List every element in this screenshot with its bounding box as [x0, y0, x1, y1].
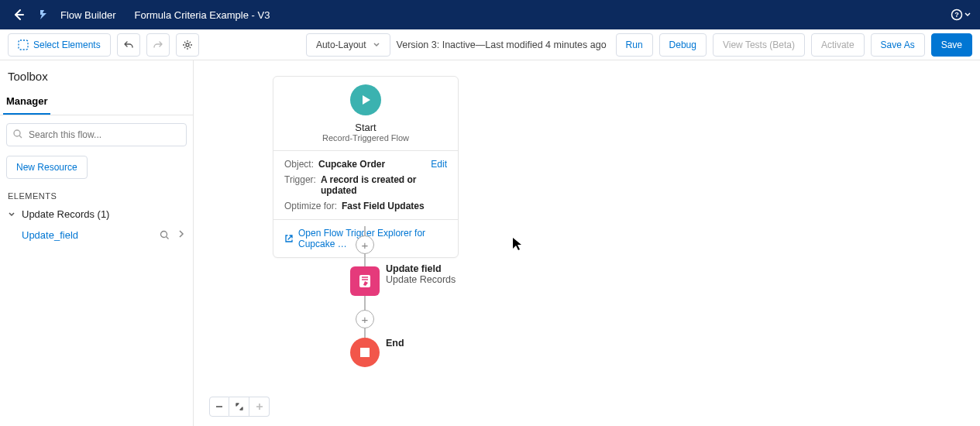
save-as-button[interactable]: Save As: [871, 33, 925, 57]
flow-canvas[interactable]: Start Record-Triggered Flow Object: Cupc…: [194, 60, 980, 426]
layout-mode-dropdown[interactable]: Auto-Layout: [306, 33, 390, 57]
select-elements-label: Select Elements: [33, 40, 101, 50]
save-label: Save: [941, 40, 962, 50]
svg-point-3: [186, 43, 189, 46]
tree-group-update-records[interactable]: Update Records (1): [0, 204, 193, 225]
zoom-controls: [209, 397, 270, 417]
activate-button: Activate: [811, 33, 865, 57]
zoom-out-button[interactable]: [209, 397, 229, 417]
debug-button[interactable]: Debug: [659, 33, 707, 57]
undo-button[interactable]: [117, 33, 140, 57]
search-input[interactable]: [6, 123, 187, 146]
tree-item-update-field[interactable]: Update_field: [0, 225, 193, 246]
chevron-down-icon: [373, 41, 380, 49]
settings-button[interactable]: [176, 33, 199, 57]
save-as-label: Save As: [881, 40, 915, 50]
update-records-icon: [357, 273, 373, 289]
search-icon: [12, 129, 23, 139]
save-button[interactable]: Save: [931, 33, 972, 57]
start-subtitle: Record-Triggered Flow: [322, 133, 409, 143]
object-label: Object:: [284, 159, 314, 170]
redo-button[interactable]: [146, 33, 170, 57]
run-button[interactable]: Run: [616, 33, 653, 57]
new-resource-label: New Resource: [16, 162, 77, 173]
run-label: Run: [626, 40, 643, 50]
toolbox-panel: Toolbox Manager New Resource ELEMENTS Up…: [0, 60, 194, 426]
help-menu[interactable]: ?: [951, 9, 971, 21]
svg-rect-2: [19, 40, 28, 50]
add-element-button[interactable]: +: [356, 310, 374, 328]
app-header: Flow Builder Formula Criteria Example - …: [0, 0, 980, 29]
svg-rect-7: [360, 348, 370, 357]
flow-name: Formula Criteria Example - V3: [135, 9, 270, 21]
add-element-button[interactable]: +: [356, 235, 374, 254]
trigger-value: A record is created or updated: [321, 174, 447, 196]
start-node[interactable]: Start Record-Triggered Flow Object: Cupc…: [273, 76, 459, 258]
locate-icon[interactable]: [160, 230, 170, 240]
back-button[interactable]: [9, 5, 28, 24]
edit-start-link[interactable]: Edit: [431, 159, 447, 170]
tree-group-label: Update Records (1): [22, 208, 109, 220]
elements-section-label: ELEMENTS: [0, 185, 193, 204]
optimize-value: Fast Field Updates: [342, 201, 447, 211]
end-node-label: End: [386, 338, 404, 349]
chevron-right-icon[interactable]: [177, 230, 185, 240]
end-node[interactable]: [350, 338, 380, 367]
end-icon: [359, 347, 370, 358]
svg-point-4: [14, 130, 20, 136]
mouse-cursor-icon: [512, 237, 523, 251]
layout-mode-label: Auto-Layout: [316, 40, 366, 50]
toolbox-title: Toolbox: [0, 60, 193, 89]
external-link-icon: [284, 234, 294, 243]
update-records-node[interactable]: [350, 266, 380, 296]
zoom-in-button[interactable]: [249, 397, 270, 417]
select-elements-button[interactable]: Select Elements: [8, 33, 111, 57]
svg-text:?: ?: [954, 11, 959, 19]
view-tests-label: View Tests (Beta): [723, 40, 795, 50]
end-node-title: End: [386, 338, 404, 349]
start-title: Start: [355, 122, 376, 133]
trigger-label: Trigger:: [284, 174, 316, 185]
start-icon: [350, 84, 381, 115]
version-text: Version 3: Inactive—Last modified 4 minu…: [397, 40, 607, 50]
activate-label: Activate: [821, 40, 854, 50]
tab-manager[interactable]: Manager: [3, 89, 50, 115]
debug-label: Debug: [669, 40, 696, 50]
update-node-subtitle: Update Records: [386, 274, 456, 285]
app-name: Flow Builder: [60, 9, 116, 21]
optimize-label: Optimize for:: [284, 201, 337, 211]
object-value: Cupcake Order: [318, 159, 426, 170]
toolbar: Select Elements Auto-Layout Version 3: I…: [0, 29, 980, 60]
view-tests-button: View Tests (Beta): [713, 33, 805, 57]
new-resource-button[interactable]: New Resource: [6, 156, 88, 179]
chevron-down-icon: [8, 211, 15, 218]
zoom-fit-button[interactable]: [229, 397, 249, 417]
update-node-label: Update field Update Records: [386, 263, 456, 285]
svg-point-5: [161, 232, 167, 238]
update-node-title: Update field: [386, 263, 456, 274]
tree-item-label: Update_field: [22, 229, 78, 241]
flow-builder-icon: [36, 5, 54, 24]
